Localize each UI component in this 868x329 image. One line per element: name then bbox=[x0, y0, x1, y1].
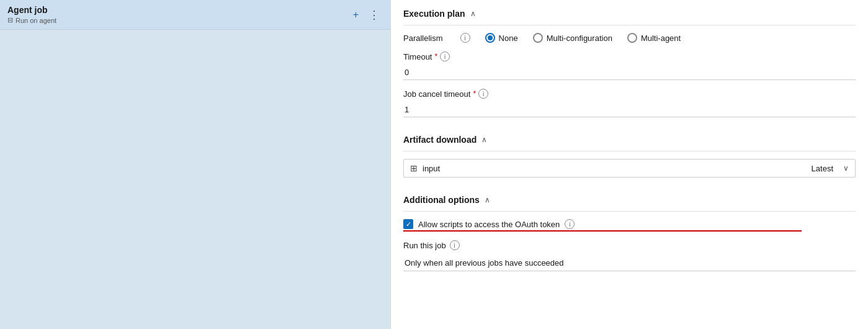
parallelism-none-label: None bbox=[499, 34, 518, 43]
artifact-download-chevron[interactable]: ∧ bbox=[481, 135, 487, 144]
artifact-grid-icon: ⊞ bbox=[410, 163, 418, 173]
oauth-checkbox-row: ✓ Allow scripts to access the OAuth toke… bbox=[403, 219, 856, 229]
left-panel: Agent job ⊟ Run on agent + ⋮ bbox=[0, 0, 391, 329]
agent-job-actions: + ⋮ bbox=[351, 7, 383, 23]
timeout-required: * bbox=[434, 52, 437, 61]
agent-job-subtitle: ⊟ Run on agent bbox=[7, 16, 56, 24]
oauth-red-underline bbox=[403, 230, 802, 232]
run-this-job-section: Run this job i Only when all previous jo… bbox=[403, 240, 856, 271]
artifact-version: Latest bbox=[812, 164, 833, 173]
additional-options-chevron[interactable]: ∧ bbox=[485, 196, 490, 204]
parallelism-row: Parallelism i None Multi-configuration M… bbox=[403, 33, 856, 43]
agent-job-title: Agent job bbox=[7, 5, 56, 15]
additional-options-header: Additional options ∧ bbox=[403, 186, 856, 212]
artifact-name: input bbox=[423, 164, 807, 173]
oauth-checkbox[interactable]: ✓ bbox=[403, 219, 413, 229]
job-cancel-timeout-info-icon[interactable]: i bbox=[478, 89, 488, 99]
grid-icon: ⊟ bbox=[7, 16, 13, 24]
right-panel: Execution plan ∧ Parallelism i None Mult… bbox=[391, 0, 868, 329]
parallelism-multi-config-option[interactable]: Multi-configuration bbox=[533, 33, 612, 43]
parallelism-multi-agent-label: Multi-agent bbox=[641, 34, 681, 43]
job-cancel-timeout-label: Job cancel timeout * i bbox=[403, 89, 856, 99]
job-cancel-timeout-required: * bbox=[473, 89, 476, 98]
execution-plan-chevron[interactable]: ∧ bbox=[470, 9, 476, 18]
oauth-checkbox-label: Allow scripts to access the OAuth token bbox=[418, 220, 560, 229]
run-this-job-value: Only when all previous jobs have succeed… bbox=[403, 255, 856, 271]
more-options-button[interactable]: ⋮ bbox=[366, 7, 383, 23]
execution-plan-title: Execution plan bbox=[403, 9, 465, 19]
timeout-field-group: Timeout * i bbox=[403, 52, 856, 80]
parallelism-none-option[interactable]: None bbox=[485, 33, 518, 43]
job-cancel-timeout-input[interactable] bbox=[403, 102, 856, 117]
run-this-job-label: Run this job i bbox=[403, 240, 856, 250]
artifact-dropdown-chevron[interactable]: ∨ bbox=[843, 164, 849, 173]
artifact-row[interactable]: ⊞ input Latest ∨ bbox=[403, 159, 856, 178]
agent-job-title-group: Agent job ⊟ Run on agent bbox=[7, 5, 56, 24]
timeout-info-icon[interactable]: i bbox=[440, 52, 450, 61]
run-this-job-info-icon[interactable]: i bbox=[450, 240, 460, 250]
timeout-input[interactable] bbox=[403, 65, 856, 80]
oauth-info-icon[interactable]: i bbox=[565, 219, 575, 229]
artifact-download-header: Artifact download ∧ bbox=[403, 126, 856, 151]
parallelism-multi-config-label: Multi-configuration bbox=[547, 34, 612, 43]
parallelism-multi-config-radio[interactable] bbox=[533, 33, 543, 43]
parallelism-none-radio[interactable] bbox=[485, 33, 495, 43]
parallelism-none-dot bbox=[488, 35, 493, 40]
parallelism-label: Parallelism bbox=[403, 34, 443, 43]
checkbox-checkmark: ✓ bbox=[406, 220, 411, 228]
additional-options-title: Additional options bbox=[403, 195, 480, 205]
execution-plan-header: Execution plan ∧ bbox=[403, 0, 856, 25]
parallelism-multi-agent-radio[interactable] bbox=[627, 33, 637, 43]
agent-job-header: Agent job ⊟ Run on agent + ⋮ bbox=[0, 0, 390, 30]
parallelism-multi-agent-option[interactable]: Multi-agent bbox=[627, 33, 681, 43]
artifact-download-title: Artifact download bbox=[403, 135, 477, 145]
job-cancel-timeout-field-group: Job cancel timeout * i bbox=[403, 89, 856, 117]
timeout-label: Timeout * i bbox=[403, 52, 856, 61]
add-task-button[interactable]: + bbox=[351, 8, 361, 22]
parallelism-info-icon[interactable]: i bbox=[460, 33, 470, 43]
